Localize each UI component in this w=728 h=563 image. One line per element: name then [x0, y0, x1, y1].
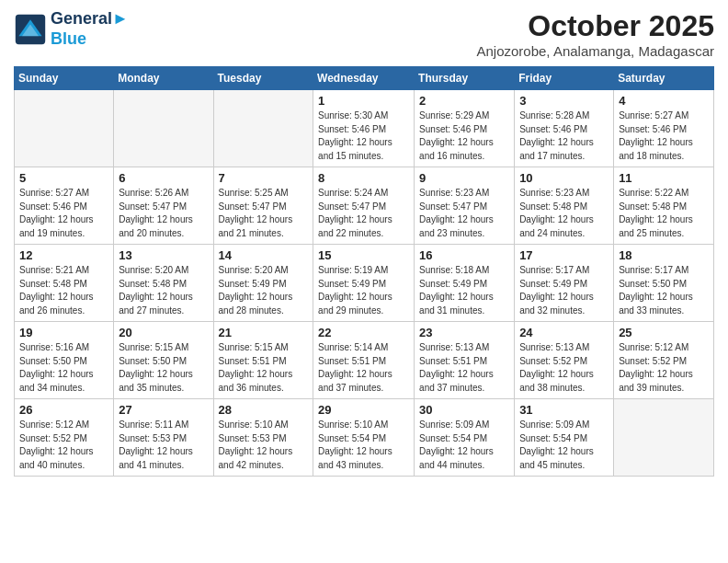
- day-cell: 14Sunrise: 5:20 AMSunset: 5:49 PMDayligh…: [213, 245, 313, 322]
- day-info: Sunrise: 5:18 AMSunset: 5:49 PMDaylight:…: [419, 264, 509, 317]
- day-cell: 16Sunrise: 5:18 AMSunset: 5:49 PMDayligh…: [415, 245, 515, 322]
- day-cell: [15, 90, 114, 167]
- header-saturday: Saturday: [614, 67, 714, 90]
- day-number: 17: [519, 248, 609, 262]
- day-number: 14: [219, 248, 309, 262]
- day-info: Sunrise: 5:27 AMSunset: 5:46 PMDaylight:…: [19, 187, 108, 240]
- day-number: 21: [219, 326, 309, 339]
- day-cell: 12Sunrise: 5:21 AMSunset: 5:48 PMDayligh…: [15, 245, 114, 322]
- title-block: October 2025 Anjozorobe, Analamanga, Mad…: [476, 9, 714, 59]
- day-info: Sunrise: 5:12 AMSunset: 5:52 PMDaylight:…: [19, 419, 108, 472]
- day-info: Sunrise: 5:14 AMSunset: 5:51 PMDaylight:…: [318, 341, 409, 395]
- day-number: 7: [219, 171, 309, 185]
- day-cell: 18Sunrise: 5:17 AMSunset: 5:50 PMDayligh…: [614, 245, 714, 322]
- header-friday: Friday: [515, 67, 614, 90]
- day-number: 6: [119, 171, 208, 185]
- header-thursday: Thursday: [415, 67, 515, 90]
- day-number: 31: [519, 403, 609, 417]
- week-row-2: 12Sunrise: 5:21 AMSunset: 5:48 PMDayligh…: [15, 245, 714, 322]
- day-number: 30: [419, 403, 509, 417]
- day-info: Sunrise: 5:10 AMSunset: 5:53 PMDaylight:…: [219, 419, 309, 472]
- day-cell: [614, 399, 714, 477]
- day-number: 18: [619, 248, 709, 262]
- day-info: Sunrise: 5:22 AMSunset: 5:48 PMDaylight:…: [619, 187, 709, 240]
- day-number: 10: [519, 171, 609, 185]
- day-cell: 26Sunrise: 5:12 AMSunset: 5:52 PMDayligh…: [15, 399, 114, 477]
- day-number: 12: [19, 248, 108, 262]
- day-info: Sunrise: 5:28 AMSunset: 5:46 PMDaylight:…: [519, 109, 609, 163]
- day-cell: 28Sunrise: 5:10 AMSunset: 5:53 PMDayligh…: [213, 399, 313, 477]
- day-info: Sunrise: 5:11 AMSunset: 5:53 PMDaylight:…: [119, 419, 208, 472]
- day-info: Sunrise: 5:19 AMSunset: 5:49 PMDaylight:…: [318, 264, 409, 317]
- day-info: Sunrise: 5:15 AMSunset: 5:51 PMDaylight:…: [219, 341, 309, 395]
- day-number: 23: [419, 326, 509, 339]
- day-number: 1: [318, 94, 409, 108]
- calendar-subtitle: Anjozorobe, Analamanga, Madagascar: [476, 43, 714, 59]
- day-info: Sunrise: 5:24 AMSunset: 5:47 PMDaylight:…: [318, 187, 409, 240]
- day-cell: 25Sunrise: 5:12 AMSunset: 5:52 PMDayligh…: [614, 322, 714, 399]
- day-cell: 1Sunrise: 5:30 AMSunset: 5:46 PMDaylight…: [313, 90, 415, 167]
- day-cell: 22Sunrise: 5:14 AMSunset: 5:51 PMDayligh…: [313, 322, 415, 399]
- day-number: 28: [219, 403, 309, 417]
- day-cell: 7Sunrise: 5:25 AMSunset: 5:47 PMDaylight…: [213, 167, 313, 245]
- day-info: Sunrise: 5:17 AMSunset: 5:49 PMDaylight:…: [519, 264, 609, 317]
- day-number: 8: [318, 171, 409, 185]
- logo: General► Blue: [14, 9, 129, 49]
- day-info: Sunrise: 5:25 AMSunset: 5:47 PMDaylight:…: [219, 187, 309, 240]
- day-number: 15: [318, 248, 409, 262]
- day-cell: 8Sunrise: 5:24 AMSunset: 5:47 PMDaylight…: [313, 167, 415, 245]
- day-info: Sunrise: 5:20 AMSunset: 5:48 PMDaylight:…: [119, 264, 208, 317]
- day-info: Sunrise: 5:10 AMSunset: 5:54 PMDaylight:…: [318, 419, 409, 472]
- calendar-table: Sunday Monday Tuesday Wednesday Thursday…: [14, 66, 714, 477]
- week-row-1: 5Sunrise: 5:27 AMSunset: 5:46 PMDaylight…: [15, 167, 714, 245]
- day-number: 22: [318, 326, 409, 339]
- day-cell: 13Sunrise: 5:20 AMSunset: 5:48 PMDayligh…: [114, 245, 213, 322]
- header: General► Blue October 2025 Anjozorobe, A…: [14, 9, 714, 59]
- day-number: 13: [119, 248, 208, 262]
- day-info: Sunrise: 5:09 AMSunset: 5:54 PMDaylight:…: [519, 419, 609, 472]
- day-info: Sunrise: 5:15 AMSunset: 5:50 PMDaylight:…: [119, 341, 208, 395]
- day-cell: 9Sunrise: 5:23 AMSunset: 5:47 PMDaylight…: [415, 167, 515, 245]
- day-cell: 11Sunrise: 5:22 AMSunset: 5:48 PMDayligh…: [614, 167, 714, 245]
- day-cell: 6Sunrise: 5:26 AMSunset: 5:47 PMDaylight…: [114, 167, 213, 245]
- day-cell: 23Sunrise: 5:13 AMSunset: 5:51 PMDayligh…: [415, 322, 515, 399]
- day-info: Sunrise: 5:17 AMSunset: 5:50 PMDaylight:…: [619, 264, 709, 317]
- day-cell: 29Sunrise: 5:10 AMSunset: 5:54 PMDayligh…: [313, 399, 415, 477]
- day-number: 19: [19, 326, 108, 339]
- calendar-title: October 2025: [476, 9, 714, 43]
- day-number: 2: [419, 94, 509, 108]
- header-tuesday: Tuesday: [213, 67, 313, 90]
- day-number: 4: [619, 94, 709, 108]
- logo-text: General► Blue: [51, 9, 129, 49]
- day-info: Sunrise: 5:09 AMSunset: 5:54 PMDaylight:…: [419, 419, 509, 472]
- day-cell: 10Sunrise: 5:23 AMSunset: 5:48 PMDayligh…: [515, 167, 614, 245]
- day-number: 29: [318, 403, 409, 417]
- header-wednesday: Wednesday: [313, 67, 415, 90]
- day-number: 16: [419, 248, 509, 262]
- page: General► Blue October 2025 Anjozorobe, A…: [0, 0, 728, 486]
- day-info: Sunrise: 5:30 AMSunset: 5:46 PMDaylight:…: [318, 109, 409, 163]
- day-cell: 27Sunrise: 5:11 AMSunset: 5:53 PMDayligh…: [114, 399, 213, 477]
- day-cell: 15Sunrise: 5:19 AMSunset: 5:49 PMDayligh…: [313, 245, 415, 322]
- day-info: Sunrise: 5:23 AMSunset: 5:47 PMDaylight:…: [419, 187, 509, 240]
- day-cell: 4Sunrise: 5:27 AMSunset: 5:46 PMDaylight…: [614, 90, 714, 167]
- day-info: Sunrise: 5:29 AMSunset: 5:46 PMDaylight:…: [419, 109, 509, 163]
- day-number: 24: [519, 326, 609, 339]
- week-row-3: 19Sunrise: 5:16 AMSunset: 5:50 PMDayligh…: [15, 322, 714, 399]
- header-sunday: Sunday: [15, 67, 114, 90]
- day-number: 20: [119, 326, 208, 339]
- day-number: 26: [19, 403, 108, 417]
- day-info: Sunrise: 5:16 AMSunset: 5:50 PMDaylight:…: [19, 341, 108, 395]
- day-info: Sunrise: 5:26 AMSunset: 5:47 PMDaylight:…: [119, 187, 208, 240]
- day-cell: [114, 90, 213, 167]
- week-row-0: 1Sunrise: 5:30 AMSunset: 5:46 PMDaylight…: [15, 90, 714, 167]
- logo-icon: [14, 13, 47, 46]
- day-number: 5: [19, 171, 108, 185]
- day-cell: 2Sunrise: 5:29 AMSunset: 5:46 PMDaylight…: [415, 90, 515, 167]
- day-cell: 20Sunrise: 5:15 AMSunset: 5:50 PMDayligh…: [114, 322, 213, 399]
- day-info: Sunrise: 5:23 AMSunset: 5:48 PMDaylight:…: [519, 187, 609, 240]
- week-row-4: 26Sunrise: 5:12 AMSunset: 5:52 PMDayligh…: [15, 399, 714, 477]
- day-number: 9: [419, 171, 509, 185]
- day-cell: 3Sunrise: 5:28 AMSunset: 5:46 PMDaylight…: [515, 90, 614, 167]
- day-info: Sunrise: 5:27 AMSunset: 5:46 PMDaylight:…: [619, 109, 709, 163]
